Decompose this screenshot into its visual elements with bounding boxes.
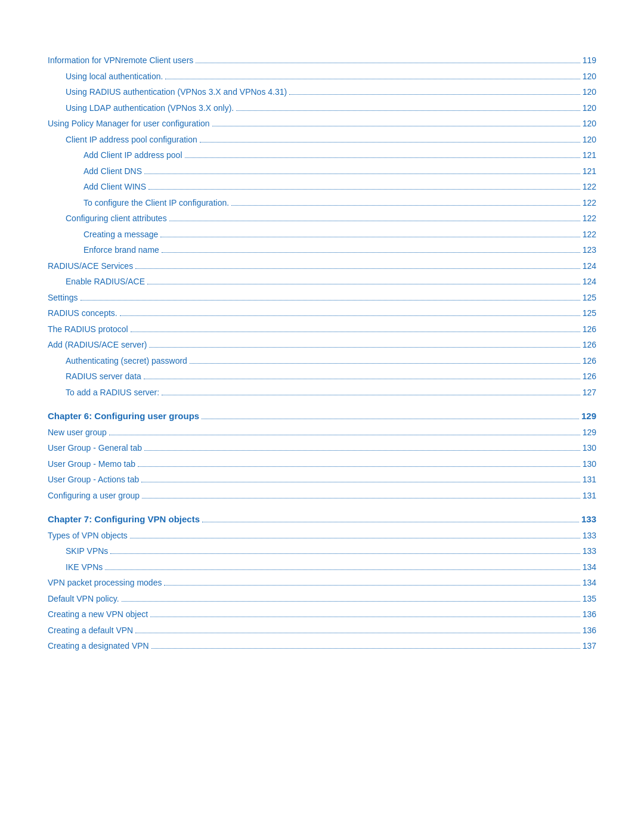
toc-link[interactable]: Using local authentication. (66, 72, 163, 81)
toc-item: Default VPN policy. 135 (48, 592, 596, 606)
toc-dots (236, 110, 580, 111)
toc-item: User Group - Actions tab 131 (48, 473, 596, 487)
toc-label[interactable]: Configuring client attributes (48, 212, 167, 225)
toc-item: Settings 125 (48, 291, 596, 305)
toc-link[interactable]: Using LDAP authentication (VPNos 3.X onl… (66, 103, 234, 113)
toc-link[interactable]: Add (RADIUS/ACE server) (48, 340, 147, 349)
toc-page: 120 (583, 86, 596, 98)
toc-label[interactable]: To configure the Client IP configuration… (48, 196, 229, 210)
toc-item: Creating a new VPN object 136 (48, 608, 596, 621)
toc-link[interactable]: VPN packet processing modes (48, 578, 162, 587)
toc-dots (151, 648, 580, 649)
toc-section: Information for VPNremote Client users 1… (48, 54, 596, 399)
toc-label[interactable]: New user group (48, 426, 107, 439)
chapter-label[interactable]: Chapter 7: Configuring VPN objects (48, 513, 200, 527)
toc-link[interactable]: Information for VPNremote Client users (48, 55, 193, 65)
toc-link[interactable]: To add a RADIUS server: (66, 388, 159, 397)
toc-label[interactable]: VPN packet processing modes (48, 576, 162, 590)
toc-link[interactable]: IKE VPNs (66, 562, 103, 572)
toc-item: VPN packet processing modes 134 (48, 576, 596, 590)
toc-label[interactable]: Creating a designated VPN (48, 639, 149, 653)
toc-item: Enable RADIUS/ACE 124 (48, 275, 596, 289)
toc-link[interactable]: Enable RADIUS/ACE (66, 277, 145, 286)
toc-link[interactable]: Using Policy Manager for user configurat… (48, 119, 210, 128)
toc-label[interactable]: Using local authentication. (48, 70, 163, 83)
toc-label[interactable]: RADIUS concepts. (48, 306, 117, 320)
toc-dots (162, 252, 580, 253)
toc-link[interactable]: Using RADIUS authentication (VPNos 3.X a… (66, 87, 287, 97)
toc-page: 126 (583, 323, 596, 336)
toc-page: 127 (583, 386, 596, 399)
toc-link[interactable]: Creating a message (83, 230, 158, 239)
toc-link[interactable]: Client IP address pool configuration (66, 135, 197, 144)
toc-link[interactable]: To configure the Client IP configuration… (83, 198, 229, 208)
toc-label[interactable]: Authenticating (secret) password (48, 354, 187, 368)
chapter-label[interactable]: Chapter 6: Configuring user groups (48, 410, 199, 423)
toc-link[interactable]: Creating a designated VPN (48, 641, 149, 651)
toc-link[interactable]: Enforce brand name (83, 245, 159, 255)
toc-label[interactable]: Using RADIUS authentication (VPNos 3.X a… (48, 85, 287, 99)
toc-label[interactable]: Enforce brand name (48, 243, 159, 257)
toc-link[interactable]: Types of VPN objects (48, 531, 128, 540)
chapter-sections: Chapter 6: Configuring user groups 129 N… (48, 410, 596, 653)
toc-link[interactable]: Creating a new VPN object (48, 609, 148, 619)
toc-page: 124 (583, 260, 596, 272)
toc-link[interactable]: Add Client WINS (83, 182, 146, 191)
toc-link[interactable]: Add Client IP address pool (83, 150, 182, 160)
toc-label[interactable]: Settings (48, 291, 78, 305)
toc-label[interactable]: Information for VPNremote Client users (48, 54, 193, 67)
toc-label[interactable]: IKE VPNs (48, 561, 103, 574)
toc-link[interactable]: Add Client DNS (83, 166, 142, 176)
toc-page: 131 (583, 490, 596, 502)
toc-label[interactable]: Types of VPN objects (48, 529, 128, 543)
toc-dots (138, 466, 580, 467)
toc-label[interactable]: Add (RADIUS/ACE server) (48, 338, 147, 352)
toc-link[interactable]: RADIUS server data (66, 371, 141, 381)
toc-label[interactable]: Enable RADIUS/ACE (48, 275, 145, 289)
toc-item: RADIUS/ACE Services 124 (48, 259, 596, 273)
toc-label[interactable]: User Group - General tab (48, 441, 142, 455)
toc-label[interactable]: Default VPN policy. (48, 592, 119, 606)
toc-label[interactable]: SKIP VPNs (48, 544, 108, 558)
toc-label[interactable]: Add Client DNS (48, 165, 142, 178)
toc-label[interactable]: RADIUS server data (48, 370, 141, 383)
toc-dots (122, 601, 580, 602)
toc-item: Configuring client attributes 122 (48, 212, 596, 225)
toc-label[interactable]: Client IP address pool configuration (48, 133, 197, 147)
toc-link[interactable]: User Group - General tab (48, 443, 142, 453)
toc-link[interactable]: User Group - Actions tab (48, 475, 139, 484)
toc-item: To configure the Client IP configuration… (48, 196, 596, 210)
toc-link[interactable]: SKIP VPNs (66, 546, 108, 556)
toc-link[interactable]: User Group - Memo tab (48, 459, 135, 469)
toc-link[interactable]: New user group (48, 428, 107, 437)
toc-link[interactable]: Creating a default VPN (48, 625, 133, 635)
toc-label[interactable]: Add Client WINS (48, 180, 146, 194)
toc-label[interactable]: Add Client IP address pool (48, 148, 182, 162)
toc-label[interactable]: User Group - Memo tab (48, 457, 135, 471)
toc-label[interactable]: Creating a new VPN object (48, 608, 148, 621)
toc-label[interactable]: Creating a default VPN (48, 624, 133, 637)
toc-link[interactable]: RADIUS concepts. (48, 308, 117, 318)
toc-label[interactable]: User Group - Actions tab (48, 473, 139, 487)
toc-label[interactable]: Using Policy Manager for user configurat… (48, 117, 210, 131)
toc-label[interactable]: Using LDAP authentication (VPNos 3.X onl… (48, 101, 234, 115)
toc-item: User Group - General tab 130 (48, 441, 596, 455)
toc-item: Add Client WINS 122 (48, 180, 596, 194)
toc-link[interactable]: Settings (48, 293, 78, 302)
toc-link[interactable]: Default VPN policy. (48, 594, 119, 603)
toc-page: 136 (583, 608, 596, 621)
toc-link[interactable]: Configuring client attributes (66, 213, 167, 223)
toc-item: Add Client IP address pool 121 (48, 148, 596, 162)
toc-label[interactable]: The RADIUS protocol (48, 323, 128, 336)
toc-label[interactable]: Creating a message (48, 228, 158, 241)
toc-label[interactable]: RADIUS/ACE Services (48, 259, 133, 273)
toc-item: Add Client DNS 121 (48, 165, 596, 178)
toc-label[interactable]: Configuring a user group (48, 489, 140, 503)
toc-link[interactable]: The RADIUS protocol (48, 324, 128, 334)
toc-dots (149, 347, 580, 348)
toc-page: 120 (583, 117, 596, 130)
toc-link[interactable]: Configuring a user group (48, 491, 140, 500)
toc-link[interactable]: Authenticating (secret) password (66, 356, 187, 366)
toc-label[interactable]: To add a RADIUS server: (48, 386, 159, 400)
toc-link[interactable]: RADIUS/ACE Services (48, 261, 133, 271)
